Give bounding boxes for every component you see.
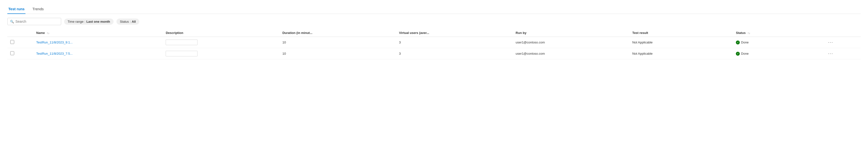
status-separator: : [130,20,131,24]
row-checkbox[interactable] [10,51,14,55]
col-header-duration: Duration (in minut... [279,29,396,37]
col-header-virtual-users: Virtual users (aver... [396,29,513,37]
row-status: ✓ Done [733,37,824,48]
table-row: TestRun_11/8/2023_9:1... 10 3 user1@cont… [7,37,861,48]
run-name-link[interactable]: TestRun_11/8/2023_9:1... [36,41,73,44]
col-header-description: Description [163,29,279,37]
more-actions-button[interactable]: ··· [827,50,835,57]
tab-trends[interactable]: Trends [31,5,44,14]
row-checkbox[interactable] [10,40,14,44]
row-actions: ··· [824,48,861,59]
col-header-test-result: Test result [629,29,733,37]
status-label: Done [741,52,749,55]
row-actions: ··· [824,37,861,48]
row-duration: 10 [279,48,396,59]
table-header-row: Name ↑↓ Description Duration (in minut..… [7,29,861,37]
col-header-name: Name ↑↓ [33,29,163,37]
more-actions-button[interactable]: ··· [827,39,835,45]
tab-test-runs[interactable]: Test runs [7,5,26,14]
search-box: 🔍 [7,18,61,25]
row-run-by: user1@contoso.com [513,37,629,48]
row-status: ✓ Done [733,48,824,59]
status-sort-icon[interactable]: ↑↓ [748,32,750,34]
test-runs-table: Name ↑↓ Description Duration (in minut..… [7,29,861,59]
time-range-filter[interactable]: Time range : Last one month [64,18,114,25]
name-sort-icon[interactable]: ↑↓ [47,32,50,34]
col-header-run-by: Run by [513,29,629,37]
row-test-result: Not Applicable [629,37,733,48]
row-virtual-users: 3 [396,48,513,59]
time-range-separator: : [85,20,85,24]
toolbar: 🔍 Time range : Last one month Status : A… [7,18,861,25]
row-checkbox-cell [7,48,33,59]
status-key: Status [120,20,129,24]
row-test-result: Not Applicable [629,48,733,59]
col-header-checkbox [7,29,33,37]
row-run-by: user1@contoso.com [513,48,629,59]
row-virtual-users: 3 [396,37,513,48]
table-row: TestRun_11/8/2023_7:5... 10 3 user1@cont… [7,48,861,59]
run-name-link[interactable]: TestRun_11/8/2023_7:5... [36,52,73,55]
done-check-icon: ✓ [736,52,740,56]
description-input[interactable] [166,40,197,45]
row-name: TestRun_11/8/2023_9:1... [33,37,163,48]
search-icon: 🔍 [10,20,14,24]
col-header-status: Status ↑↓ [733,29,824,37]
row-duration: 10 [279,37,396,48]
status-label: Done [741,41,749,44]
done-check-icon: ✓ [736,41,740,44]
time-range-key: Time range [67,20,84,24]
status-value: All [132,20,136,24]
row-description [163,48,279,59]
row-checkbox-cell [7,37,33,48]
search-input[interactable] [16,19,59,24]
time-range-value: Last one month [86,20,110,24]
row-name: TestRun_11/8/2023_7:5... [33,48,163,59]
col-header-actions [824,29,861,37]
tabs-container: Test runs Trends [7,5,861,14]
description-input[interactable] [166,51,197,56]
status-filter[interactable]: Status : All [117,18,139,25]
row-description [163,37,279,48]
